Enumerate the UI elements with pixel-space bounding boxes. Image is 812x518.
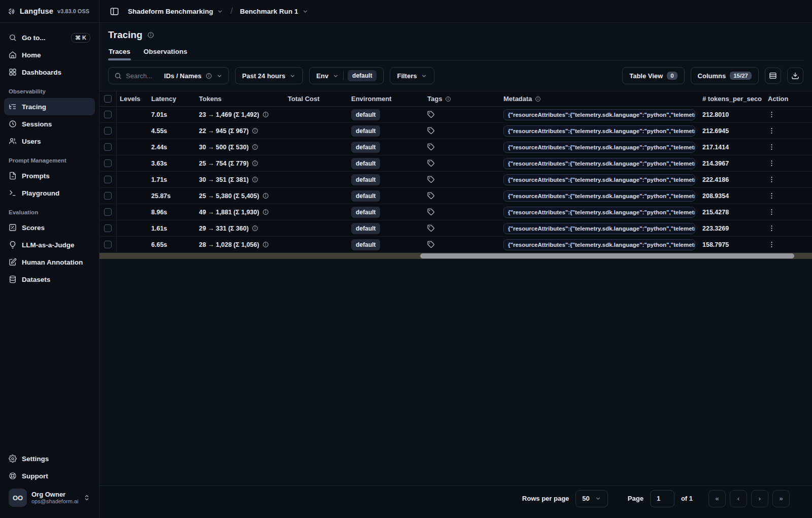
search-box[interactable]: IDs / Names (108, 67, 229, 84)
info-icon[interactable] (262, 111, 269, 118)
row-checkbox[interactable] (104, 127, 112, 135)
sidebar-item-settings[interactable]: Settings (4, 450, 95, 467)
metadata-pill[interactable]: {"resourceAttributes":{"telemetry.sdk.la… (503, 158, 695, 169)
table-row[interactable]: 2.44s 30 → 500 (Σ 530) default {"resourc… (99, 139, 812, 155)
metadata-pill[interactable]: {"resourceAttributes":{"telemetry.sdk.la… (503, 190, 695, 202)
col-tokens-per-second[interactable]: # tokens_per_secon... (699, 91, 762, 106)
tab-observations[interactable]: Observations (143, 45, 188, 60)
tag-icon[interactable] (427, 111, 435, 118)
tab-traces[interactable]: Traces (108, 45, 131, 60)
col-metadata[interactable]: Metadata (500, 91, 699, 106)
col-tokens[interactable]: Tokens (196, 91, 285, 106)
tag-icon[interactable] (427, 176, 435, 183)
info-icon[interactable] (262, 241, 269, 248)
table-view-button[interactable]: Table View 0 (622, 67, 684, 84)
table-row[interactable]: 7.01s 23 → 1,469 (Σ 1,492) default {"res… (99, 107, 812, 123)
kebab-menu-icon[interactable] (768, 224, 775, 232)
sidebar-item-prompts[interactable]: Prompts (4, 167, 95, 184)
row-checkbox[interactable] (104, 224, 112, 232)
sidebar-item-datasets[interactable]: Datasets (4, 271, 95, 288)
row-height-button[interactable] (765, 68, 781, 84)
kebab-menu-icon[interactable] (768, 159, 775, 167)
metadata-pill[interactable]: {"resourceAttributes":{"telemetry.sdk.la… (503, 207, 695, 218)
sidebar-item-sessions[interactable]: Sessions (4, 115, 95, 133)
row-checkbox[interactable] (104, 159, 112, 167)
metadata-pill[interactable]: {"resourceAttributes":{"telemetry.sdk.la… (503, 223, 695, 234)
sidebar-item-llm-judge[interactable]: LLM-as-a-Judge (4, 236, 95, 253)
info-icon[interactable] (252, 176, 258, 183)
page-number-input[interactable] (657, 495, 668, 502)
project-breadcrumb[interactable]: Shadeform Benchmarking (128, 8, 223, 15)
row-checkbox[interactable] (104, 176, 112, 183)
tag-icon[interactable] (427, 159, 435, 167)
kebab-menu-icon[interactable] (768, 127, 775, 135)
table-row[interactable]: 1.71s 30 → 351 (Σ 381) default {"resourc… (99, 172, 812, 188)
next-page-button[interactable]: › (751, 490, 768, 507)
kebab-menu-icon[interactable] (768, 111, 775, 118)
horizontal-scrollbar[interactable] (99, 253, 812, 259)
scrollbar-thumb[interactable] (420, 253, 794, 258)
info-icon[interactable] (252, 127, 258, 134)
search-input[interactable] (126, 72, 160, 80)
sidebar-item-scores[interactable]: Scores (4, 219, 95, 236)
sidebar-item-playground[interactable]: Playground (4, 184, 95, 202)
sidebar-item-home[interactable]: Home (4, 46, 95, 63)
metadata-pill[interactable]: {"resourceAttributes":{"telemetry.sdk.la… (503, 239, 695, 250)
tag-icon[interactable] (427, 127, 435, 135)
info-icon[interactable] (252, 160, 258, 167)
metadata-pill[interactable]: {"resourceAttributes":{"telemetry.sdk.la… (503, 125, 695, 137)
search-type-selector[interactable]: IDs / Names (164, 72, 201, 80)
row-checkbox[interactable] (104, 192, 112, 200)
metadata-pill[interactable]: {"resourceAttributes":{"telemetry.sdk.la… (503, 142, 695, 153)
col-total-cost[interactable]: Total Cost (285, 91, 348, 106)
col-latency[interactable]: Latency (148, 91, 196, 106)
info-icon[interactable] (252, 225, 258, 232)
table-row[interactable]: 1.61s 29 → 331 (Σ 360) default {"resourc… (99, 220, 812, 237)
kebab-menu-icon[interactable] (768, 143, 775, 151)
info-icon[interactable] (147, 31, 154, 39)
sidebar-item-support[interactable]: Support (4, 467, 95, 484)
row-checkbox[interactable] (104, 241, 112, 248)
sidebar-item-goto[interactable]: Go to... ⌘ K (4, 29, 95, 46)
info-icon[interactable] (262, 209, 269, 215)
metadata-pill[interactable]: {"resourceAttributes":{"telemetry.sdk.la… (503, 174, 695, 185)
page-number-input-box[interactable] (650, 490, 674, 507)
row-checkbox[interactable] (104, 111, 112, 118)
tag-icon[interactable] (427, 208, 435, 216)
last-page-button[interactable]: » (772, 490, 790, 507)
row-checkbox[interactable] (104, 143, 112, 151)
kebab-menu-icon[interactable] (768, 208, 775, 216)
env-filter[interactable]: Env default (309, 67, 384, 84)
filters-dropdown[interactable]: Filters (390, 67, 434, 84)
tag-icon[interactable] (427, 224, 435, 232)
col-tags[interactable]: Tags (424, 91, 500, 106)
table-row[interactable]: 25.87s 25 → 5,380 (Σ 5,405) default {"re… (99, 188, 812, 204)
sidebar-toggle-button[interactable] (107, 4, 122, 19)
row-checkbox[interactable] (104, 208, 112, 216)
sidebar-item-tracing[interactable]: Tracing (4, 98, 95, 115)
col-levels[interactable]: Levels (117, 91, 148, 106)
kebab-menu-icon[interactable] (768, 241, 775, 248)
kebab-menu-icon[interactable] (768, 176, 775, 183)
tag-icon[interactable] (427, 192, 435, 200)
tag-icon[interactable] (427, 143, 435, 151)
sidebar-item-dashboards[interactable]: Dashboards (4, 63, 95, 81)
table-row[interactable]: 6.65s 28 → 1,028 (Σ 1,056) default {"res… (99, 237, 812, 253)
run-breadcrumb[interactable]: Benchmark Run 1 (240, 8, 309, 15)
columns-button[interactable]: Columns 15/27 (691, 67, 759, 84)
export-button[interactable] (787, 68, 803, 84)
info-icon[interactable] (252, 144, 258, 150)
col-environment[interactable]: Environment (348, 91, 424, 106)
time-range-dropdown[interactable]: Past 24 hours (235, 67, 303, 84)
first-page-button[interactable]: « (708, 490, 726, 507)
tag-icon[interactable] (427, 241, 435, 248)
sidebar-item-users[interactable]: Users (4, 133, 95, 150)
table-row[interactable]: 8.96s 49 → 1,881 (Σ 1,930) default {"res… (99, 204, 812, 220)
kebab-menu-icon[interactable] (768, 192, 775, 200)
table-row[interactable]: 4.55s 22 → 945 (Σ 967) default {"resourc… (99, 123, 812, 139)
rows-per-page-select[interactable]: 50 (576, 490, 607, 507)
metadata-pill[interactable]: {"resourceAttributes":{"telemetry.sdk.la… (503, 109, 695, 120)
prev-page-button[interactable]: ‹ (730, 490, 747, 507)
sidebar-item-human-annotation[interactable]: Human Annotation (4, 253, 95, 271)
info-icon[interactable] (262, 192, 269, 199)
